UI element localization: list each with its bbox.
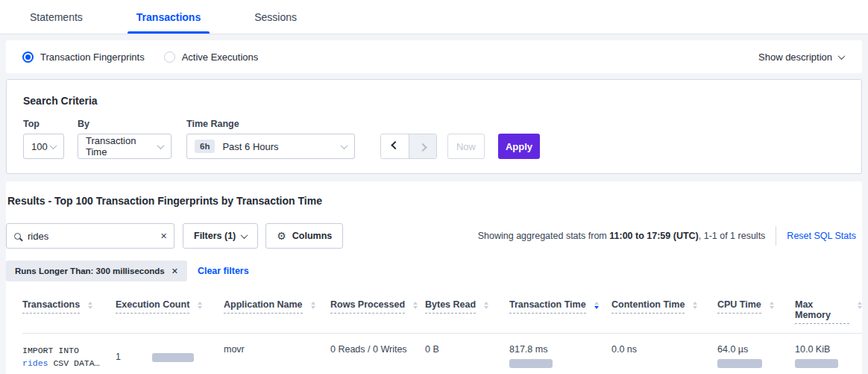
sort-desc-icon [594,302,599,309]
column-header-contention-time[interactable]: Contention Time [611,299,717,324]
sort-icon [858,302,862,309]
sort-icon [770,302,774,309]
time-range-label: Time Range [186,119,355,129]
by-field: By Transaction Time [78,119,172,159]
filters-button-label: Filters (1) [194,231,236,241]
results-section: Results - Top 100 Transaction Fingerprin… [6,181,862,374]
transaction-time-cell: 817.8 ms [509,343,611,370]
cpu-time-cell: 64.0 µs [717,343,795,370]
radio-active-executions[interactable]: Active Executions [164,52,259,63]
column-header-transaction-time[interactable]: Transaction Time [509,299,611,324]
top-select-value: 100 [31,141,48,152]
contention-time-cell: 0.0 ns [611,343,717,370]
column-header-transactions[interactable]: Transactions [22,299,116,324]
reset-sql-stats-link[interactable]: Reset SQL Stats [787,231,856,241]
radio-unselected-icon [164,52,175,63]
sort-icon [88,302,92,309]
search-criteria-card: Search Criteria Top 100 By Transaction T… [6,79,862,174]
sort-icon [198,302,202,309]
search-criteria-title: Search Criteria [23,95,845,107]
time-range-value: Past 6 Hours [222,141,278,152]
columns-button-label: Columns [292,231,332,241]
cpu-time-value: 64.0 µs [717,344,795,355]
table-header-row: Transactions Execution Count Application… [22,292,862,334]
apply-button[interactable]: Apply [498,134,540,159]
radio-label: Transaction Fingerprints [40,52,145,63]
top-label: Top [23,119,64,129]
by-label: By [78,119,172,129]
execution-count-value: 1 [116,352,121,362]
column-header-application-name[interactable]: Application Name [224,299,330,324]
filter-chip: Runs Longer Than: 300 milliseconds ✕ [6,261,187,281]
sql-table-link[interactable]: rides [22,358,48,368]
results-search-input[interactable] [28,231,159,242]
application-name-cell: movr [224,343,330,370]
results-search-box: ✕ [6,223,174,249]
transaction-fingerprint-cell[interactable]: IMPORT INTO rides CSV DATA… [22,343,116,370]
cpu-time-bar [717,359,762,368]
search-icon [14,233,21,240]
tab-transactions[interactable]: Transactions [129,2,208,34]
column-header-cpu-time[interactable]: CPU Time [717,299,795,324]
sort-icon [413,302,418,309]
filters-button[interactable]: Filters (1) [183,223,258,249]
radio-transaction-fingerprints[interactable]: Transaction Fingerprints [22,52,145,63]
view-toggle-strip: Transaction Fingerprints Active Executio… [6,40,862,73]
sort-icon [484,302,488,309]
page-tabbar: Statements Transactions Sessions [0,0,868,34]
sort-icon [693,302,697,309]
transactions-table: Transactions Execution Count Application… [6,292,862,374]
radio-selected-icon [22,52,34,63]
column-header-rows-processed[interactable]: Rows Processed [330,299,425,324]
chevron-down-icon [341,142,348,149]
by-select-value: Transaction Time [86,135,158,158]
column-header-execution-count[interactable]: Execution Count [116,299,224,324]
vertical-divider [776,226,776,246]
time-range-field: Time Range 6h Past 6 Hours [186,119,355,159]
chevron-down-icon [838,52,846,60]
tab-statements[interactable]: Statements [22,2,90,34]
time-range-badge: 6h [195,140,215,153]
tab-sessions[interactable]: Sessions [247,2,304,34]
sql-line-2: rides CSV DATA… [22,357,116,370]
time-range-select[interactable]: 6h Past 6 Hours [186,134,355,159]
columns-button[interactable]: ⚙ Columns [265,223,343,249]
stats-area: Showing aggregated stats from 11:00 to 1… [478,226,862,246]
radio-label: Active Executions [182,52,259,63]
time-range-nav [380,134,437,159]
chevron-right-icon [418,143,427,152]
aggregated-stats-text: Showing aggregated stats from 11:00 to 1… [478,231,766,241]
rows-processed-cell: 0 Reads / 0 Writes [330,343,425,370]
clear-search-icon[interactable]: ✕ [159,230,169,243]
chevron-down-icon [241,231,248,239]
chevron-left-icon [391,141,399,149]
next-interval-button[interactable] [409,134,436,158]
chevron-down-icon [157,142,165,149]
bytes-read-cell: 0 B [425,343,509,370]
previous-interval-button[interactable] [381,134,409,158]
max-memory-cell: 10.0 KiB [795,343,862,370]
execution-count-cell: 1 [116,343,224,370]
transaction-time-value: 817.8 ms [509,344,611,355]
transaction-time-bar [509,359,553,368]
table-row: IMPORT INTO rides CSV DATA… 1 movr 0 Rea… [22,334,862,374]
filter-chip-label: Runs Longer Than: 300 milliseconds [15,267,165,275]
column-header-max-memory[interactable]: Max Memory [795,299,862,324]
top-field: Top 100 [23,119,64,159]
sort-icon [311,302,315,309]
chevron-down-icon [50,142,57,149]
max-memory-value: 10.0 KiB [795,344,862,355]
remove-filter-icon[interactable]: ✕ [172,267,178,276]
top-select[interactable]: 100 [23,134,64,159]
sql-line-1: IMPORT INTO [22,344,116,357]
now-button[interactable]: Now [447,134,485,159]
by-select[interactable]: Transaction Time [78,134,172,159]
column-header-bytes-read[interactable]: Bytes Read [425,299,509,324]
results-heading: Results - Top 100 Transaction Fingerprin… [6,195,862,207]
execution-count-bar [152,353,194,362]
clear-filters-link[interactable]: Clear filters [198,266,249,276]
show-description-label: Show description [758,52,832,63]
max-memory-bar [795,359,838,368]
show-description-toggle[interactable]: Show description [758,52,844,63]
gear-icon: ⚙ [277,231,286,241]
